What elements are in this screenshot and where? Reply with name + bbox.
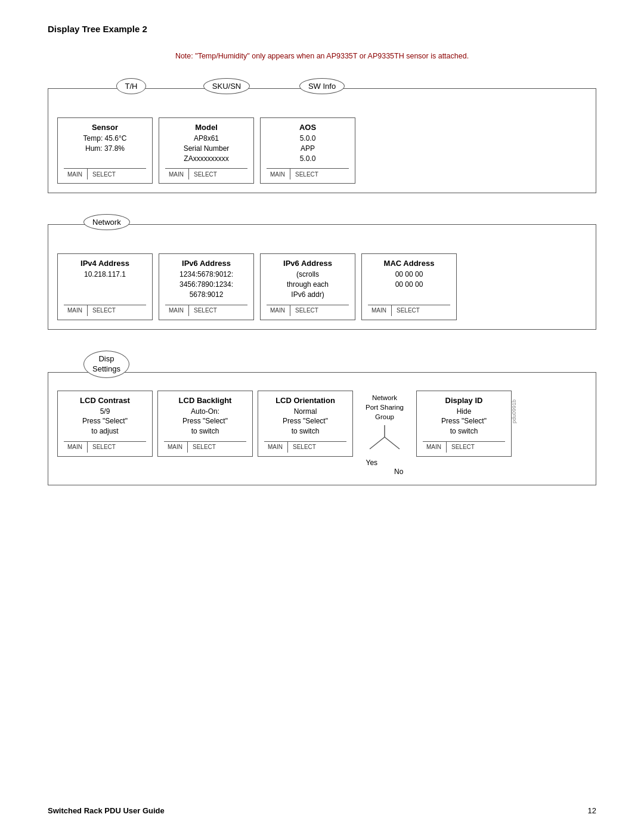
card-ipv6-scroll-content: (scrolls through each IPv6 addr) <box>287 270 329 299</box>
sensor-btn-main: MAIN <box>64 170 86 179</box>
card-model-content: AP8x61 Serial Number ZAxxxxxxxxxx <box>184 134 230 163</box>
card-lcdb-buttons: MAIN SELECT <box>164 441 246 453</box>
model-btn-main: MAIN <box>165 170 187 179</box>
section3-circle-row: DispSettings <box>48 351 596 378</box>
footer-page: 12 <box>588 806 596 815</box>
model-btn-select: SELECT <box>190 170 221 179</box>
model-line2: Serial Number <box>184 144 230 154</box>
card-ipv6-scroll-title: IPv6 Address <box>283 259 332 268</box>
btn-divider6 <box>290 305 290 316</box>
model-line1: AP8x61 <box>184 134 230 144</box>
lcdc-btn-main: MAIN <box>64 442 86 451</box>
card-ipv4-content: 10.218.117.1 <box>84 270 126 299</box>
page-title: Display Tree Example 2 <box>48 24 596 34</box>
sensor-btn-select: SELECT <box>89 170 119 179</box>
port-sharing-svg <box>358 425 411 461</box>
section3-container: DispSettings LCD Contrast 5/9 Press "Sel… <box>48 351 596 485</box>
section1-circles-row: T/H SKU/SN SW Info <box>48 78 596 94</box>
footer: Switched Rack PDU User Guide 12 <box>0 806 644 815</box>
lcdb-line3: to switch <box>182 426 228 436</box>
port-sharing-group: NetworkPort SharingGroup Yes No <box>358 391 411 476</box>
circle-swinfo: SW Info <box>299 78 345 94</box>
section1-cards-row: Sensor Temp: 45.6°C Hum: 37.8% MAIN SELE… <box>57 117 587 184</box>
card-lcd-contrast: LCD Contrast 5/9 Press "Select" to adjus… <box>57 391 153 457</box>
card-ipv6-scroll: IPv6 Address (scrolls through each IPv6 … <box>260 253 355 320</box>
aos-btn-select: SELECT <box>292 170 322 179</box>
lcdb-line1: Auto-On: <box>182 407 228 417</box>
mac-line1: 00 00 00 <box>395 270 423 280</box>
section3-border: LCD Contrast 5/9 Press "Select" to adjus… <box>48 372 596 485</box>
card-sensor-buttons: MAIN SELECT <box>64 168 146 179</box>
lcdo-btn-select: SELECT <box>289 442 320 451</box>
card-ipv4: IPv4 Address 10.218.117.1 MAIN SELECT <box>57 253 153 320</box>
card-lcd-contrast-title: LCD Contrast <box>80 396 130 405</box>
card-ipv6-long-title: IPv6 Address <box>182 259 231 268</box>
footer-title: Switched Rack PDU User Guide <box>48 806 165 815</box>
card-ipv6-long-buttons: MAIN SELECT <box>165 305 247 316</box>
btn-divider4 <box>87 305 88 316</box>
card-ipv6-scroll-buttons: MAIN SELECT <box>267 305 349 316</box>
card-sensor-title: Sensor <box>92 123 118 132</box>
card-sensor: Sensor Temp: 45.6°C Hum: 37.8% MAIN SELE… <box>57 117 153 184</box>
card-lcd-orientation-title: LCD Orientation <box>275 396 335 405</box>
ipv4-line1: 10.218.117.1 <box>84 270 126 280</box>
circle-skusn: SKU/SN <box>203 78 250 94</box>
card-mac-title: MAC Address <box>384 259 435 268</box>
lcdc-line1: 5/9 <box>82 407 128 417</box>
lcdc-line2: Press "Select" <box>82 416 128 426</box>
card-display-id-content: Hide Press "Select" to switch <box>441 407 487 436</box>
ipv6s-line3: IPv6 addr) <box>287 290 329 300</box>
section2-border: IPv4 Address 10.218.117.1 MAIN SELECT IP… <box>48 224 596 329</box>
card-mac-buttons: MAIN SELECT <box>368 305 450 316</box>
ipv6l-line3: 5678:9012 <box>179 290 233 300</box>
ipv6s-line1: (scrolls <box>287 270 329 280</box>
btn-divider9 <box>187 442 188 453</box>
ipv6l-btn-select: SELECT <box>190 306 221 315</box>
lcdc-line3: to adjust <box>82 426 128 436</box>
section1-container: T/H SKU/SN SW Info Sensor Temp: 45.6°C H… <box>48 78 596 193</box>
card-ipv4-title: IPv4 Address <box>80 259 129 268</box>
dispid-line2: Press "Select" <box>441 416 487 426</box>
mac-line2: 00 00 00 <box>395 280 423 290</box>
sensor-line2: Hum: 37.8% <box>83 144 127 154</box>
aos-line2: APP <box>300 144 316 154</box>
lcdo-line3: to switch <box>283 426 328 436</box>
card-lcd-backlight-content: Auto-On: Press "Select" to switch <box>182 407 228 436</box>
svg-line-1 <box>370 437 385 449</box>
ipv6s-btn-select: SELECT <box>292 306 322 315</box>
mac-btn-select: SELECT <box>393 306 423 315</box>
dispid-line1: Hide <box>441 407 487 417</box>
watermark-text: pdu0991b <box>511 400 517 423</box>
aos-line1: 5.0.0 <box>300 134 316 144</box>
btn-divider3 <box>290 169 290 179</box>
ps-yes-no-row: Yes No <box>366 459 404 476</box>
card-lcd-orientation: LCD Orientation Normal Press "Select" to… <box>258 391 353 457</box>
section2-circle-row: Network <box>48 214 596 230</box>
lcdo-btn-main: MAIN <box>264 442 286 451</box>
card-lcd-backlight-title: LCD Backlight <box>179 396 232 405</box>
btn-divider8 <box>87 442 88 453</box>
btn-divider2 <box>188 169 189 179</box>
card-dispid-buttons: MAIN SELECT <box>423 441 505 453</box>
circle-disp: DispSettings <box>83 351 129 378</box>
lcdb-line2: Press "Select" <box>182 416 228 426</box>
dispid-btn-main: MAIN <box>423 442 445 451</box>
card-aos-title: AOS <box>299 123 316 132</box>
card-ipv4-buttons: MAIN SELECT <box>64 305 146 316</box>
card-ipv6-long: IPv6 Address 1234:5678:9012: 3456:7890:1… <box>159 253 254 320</box>
card-aos-content: 5.0.0 APP 5.0.0 <box>300 134 316 163</box>
card-model-buttons: MAIN SELECT <box>165 168 247 179</box>
section1-border: Sensor Temp: 45.6°C Hum: 37.8% MAIN SELE… <box>48 88 596 193</box>
port-sharing-label: NetworkPort SharingGroup <box>362 391 407 424</box>
ipv4-btn-main: MAIN <box>64 306 86 315</box>
section2-cards-row: IPv4 Address 10.218.117.1 MAIN SELECT IP… <box>57 253 587 320</box>
card-mac: MAC Address 00 00 00 00 00 00 MAIN SELEC… <box>361 253 457 320</box>
btn-divider <box>87 169 88 179</box>
card-display-id: Display ID Hide Press "Select" to switch… <box>416 391 512 457</box>
ipv6l-btn-main: MAIN <box>165 306 187 315</box>
card-aos-buttons: MAIN SELECT <box>267 168 349 179</box>
lcdc-btn-select: SELECT <box>89 442 119 451</box>
section3-cards-row: LCD Contrast 5/9 Press "Select" to adjus… <box>57 391 587 476</box>
card-lcdo-buttons: MAIN SELECT <box>264 441 346 453</box>
ps-no-label: No <box>394 467 403 476</box>
